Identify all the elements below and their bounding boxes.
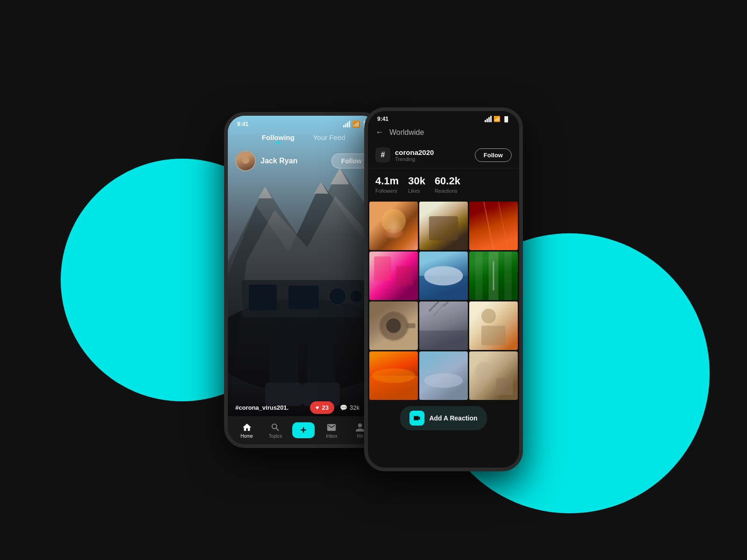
post-actions: ♥ 23 💬 32k ⚙ — [310, 401, 372, 414]
reaction-bar: Add A Reaction — [368, 401, 519, 435]
svg-point-17 — [351, 291, 362, 302]
stat-likes: 30k Likes — [408, 175, 425, 194]
reaction-icon-bg — [409, 411, 424, 426]
photo-1-svg — [369, 202, 418, 250]
photo-12[interactable] — [469, 351, 518, 400]
home-icon — [242, 422, 252, 433]
photo-12-svg — [469, 351, 518, 400]
svg-point-37 — [481, 309, 496, 323]
tab-feed[interactable]: Your Feed — [313, 133, 345, 141]
phones-container: 9:41 📶 ▐▌ Following Your Feed — [224, 89, 523, 471]
plus-icon: + — [301, 424, 307, 436]
svg-point-19 — [384, 228, 403, 238]
nav-topics-label: Topics — [269, 434, 282, 439]
svg-point-16 — [329, 288, 346, 305]
user-card: Jack Ryan Follow — [235, 151, 372, 171]
svg-rect-24 — [396, 266, 413, 286]
svg-rect-44 — [496, 378, 513, 395]
time-left: 9:41 — [237, 121, 248, 127]
trending-name: corona2020 — [395, 148, 434, 156]
svg-line-33 — [429, 301, 439, 311]
right-phone-scroll[interactable]: 9:41 📶 ▐▌ ← Worldwi — [368, 111, 519, 444]
like-count: 23 — [322, 404, 329, 411]
top-bar: ← Worldwide — [368, 125, 519, 142]
svg-rect-32 — [406, 323, 416, 328]
photo-10[interactable] — [369, 351, 418, 400]
trending-section: # corona2020 Trending Follow — [368, 142, 519, 168]
user-info: Jack Ryan — [235, 151, 297, 171]
wifi-icon: 📶 — [352, 120, 360, 128]
likes-value: 30k — [408, 175, 425, 187]
photo-2[interactable] — [419, 202, 468, 250]
reaction-label: Add A Reaction — [429, 414, 477, 422]
likes-label: Likes — [408, 188, 425, 194]
photo-4[interactable] — [369, 252, 418, 300]
battery-icon-right: ▐▌ — [502, 116, 510, 122]
status-icons-right: 📶 ▐▌ — [485, 116, 510, 122]
svg-line-21 — [484, 202, 493, 250]
status-bar-right: 9:41 📶 ▐▌ — [368, 111, 519, 125]
svg-point-30 — [379, 311, 408, 340]
tab-following[interactable]: Following — [262, 133, 295, 141]
post-info: #corona_virus201. ♥ 23 💬 32k ⚙ — [235, 401, 372, 414]
svg-rect-23 — [374, 256, 391, 280]
nav-home-label: Home — [240, 434, 253, 439]
svg-rect-38 — [481, 326, 506, 345]
comment-icon: 💬 — [340, 404, 347, 411]
svg-point-18 — [381, 209, 406, 233]
photo-9-svg — [469, 301, 518, 350]
photo-5[interactable] — [419, 252, 468, 300]
user-name: Jack Ryan — [261, 157, 297, 165]
stat-reactions: 60.2k Reactions — [435, 175, 460, 194]
svg-rect-14 — [249, 285, 277, 310]
trending-label: Trending — [395, 156, 434, 162]
back-button[interactable]: ← — [375, 127, 384, 137]
reactions-label: Reactions — [435, 188, 460, 194]
svg-rect-41 — [419, 351, 468, 400]
nav-home[interactable]: Home — [235, 422, 259, 439]
comment-count: 32k — [350, 404, 359, 411]
stat-followers: 4.1m Followers — [375, 175, 399, 194]
hash-icon: # — [375, 147, 390, 162]
svg-point-43 — [475, 362, 492, 379]
status-bar-left: 9:41 📶 ▐▌ — [228, 116, 379, 130]
svg-point-31 — [386, 318, 401, 333]
photo-6[interactable] — [469, 252, 518, 300]
follow-button-right[interactable]: Follow — [475, 148, 512, 162]
avatar — [235, 151, 256, 171]
svg-line-22 — [498, 202, 508, 250]
nav-plus-button[interactable]: + — [292, 422, 315, 438]
photo-5-svg — [419, 252, 468, 300]
phone-left: 9:41 📶 ▐▌ Following Your Feed — [224, 112, 383, 448]
photo-1[interactable] — [369, 202, 418, 250]
nav-inbox[interactable]: Inbox — [320, 422, 343, 439]
inbox-icon — [326, 422, 337, 433]
reactions-value: 60.2k — [435, 175, 460, 187]
photo-grid — [368, 200, 519, 401]
signal-icon — [343, 121, 350, 127]
nav-tabs: Following Your Feed — [228, 130, 379, 145]
like-button[interactable]: ♥ 23 — [310, 401, 334, 414]
photo-3-svg — [469, 202, 518, 250]
scene: 9:41 📶 ▐▌ Following Your Feed — [47, 23, 700, 537]
photo-4-svg — [369, 252, 418, 300]
photo-7[interactable] — [369, 301, 418, 350]
trending-info: corona2020 Trending — [395, 148, 434, 162]
nav-inbox-label: Inbox — [326, 434, 337, 439]
photo-11-svg — [419, 351, 468, 400]
photo-8[interactable] — [419, 301, 468, 350]
photo-11[interactable] — [419, 351, 468, 400]
photo-3[interactable] — [469, 202, 518, 250]
phone-right: 9:41 📶 ▐▌ ← Worldwi — [364, 107, 523, 471]
svg-point-42 — [424, 373, 463, 388]
svg-point-40 — [372, 368, 416, 383]
followers-value: 4.1m — [375, 175, 399, 187]
heart-icon: ♥ — [316, 404, 319, 411]
nav-topics[interactable]: Topics — [264, 422, 287, 439]
add-reaction-button[interactable]: Add A Reaction — [400, 406, 486, 430]
worldwide-title: Worldwide — [389, 128, 424, 137]
photo-9[interactable] — [469, 301, 518, 350]
svg-line-34 — [444, 301, 448, 306]
search-icon — [270, 422, 281, 433]
comment-button[interactable]: 💬 32k — [340, 404, 359, 411]
